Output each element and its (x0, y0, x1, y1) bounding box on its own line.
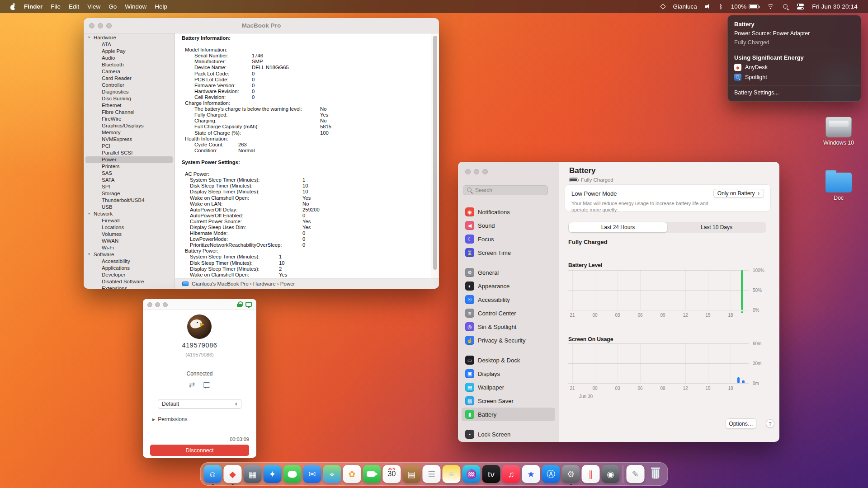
sysinfo-item-memory[interactable]: Memory (84, 129, 175, 136)
sysinfo-item-wi-fi[interactable]: Wi-Fi (84, 244, 175, 251)
window-titlebar[interactable]: MacBook Pro (84, 18, 439, 33)
disconnect-button[interactable]: Disconnect (150, 445, 249, 456)
zoom-button[interactable] (482, 169, 488, 174)
dock-finder-icon[interactable]: ☺ (204, 465, 222, 483)
anydesk-titlebar[interactable] (143, 299, 256, 310)
sysinfo-item-pci[interactable]: PCI (84, 143, 175, 150)
sysinfo-item-power[interactable]: Power (85, 156, 173, 163)
settings-nav-screen-time[interactable]: ⌛Screen Time (462, 246, 555, 259)
tab-last-10-days[interactable]: Last 10 Days (667, 222, 766, 232)
sysinfo-item-sas[interactable]: SAS (84, 170, 175, 177)
clock-menu[interactable]: Fri Jun 30 20:14 (808, 3, 862, 10)
settings-nav-battery[interactable]: ▮Battery (462, 408, 555, 421)
sysinfo-item-spi[interactable]: SPI (84, 183, 175, 190)
apple-menu[interactable] (6, 3, 20, 10)
sysinfo-item-card-reader[interactable]: Card Reader (84, 75, 175, 82)
sysinfo-item-extensions[interactable]: Extensions (84, 285, 175, 289)
settings-nav-sound[interactable]: ◀Sound (462, 219, 555, 232)
settings-nav-privacy-security[interactable]: ☝Privacy & Security (462, 333, 555, 347)
sysinfo-item-usb[interactable]: USB (84, 204, 175, 211)
dock-app-store-icon[interactable]: Ⓐ (542, 465, 560, 483)
menu-finder[interactable]: Finder (20, 3, 47, 10)
dock-calendar-icon[interactable]: JUN30 (383, 465, 401, 483)
volume-menu[interactable] (701, 4, 715, 9)
dock-contacts-icon[interactable]: ▤ (403, 465, 421, 483)
file-transfer-icon[interactable]: ⇄ (189, 381, 195, 389)
sysinfo-item-firewall[interactable]: Firewall (84, 217, 175, 224)
sysinfo-item-storage[interactable]: Storage (84, 190, 175, 197)
settings-nav-control-center[interactable]: ≡Control Center (462, 306, 555, 320)
sysinfo-item-accessibility[interactable]: Accessibility (84, 258, 175, 265)
sysinfo-item-sata[interactable]: SATA (84, 177, 175, 183)
dock-notes-icon[interactable]: ≡ (443, 465, 461, 483)
bluetooth-menu[interactable]: ᛒ (715, 4, 727, 9)
scrollbar-thumb[interactable] (433, 36, 437, 270)
dock-tv-icon[interactable]: tv (482, 465, 500, 483)
zoom-button[interactable] (106, 23, 112, 28)
dock-mail-icon[interactable]: ✉ (303, 465, 321, 483)
dock-photos-icon[interactable]: ✿ (343, 465, 361, 483)
settings-nav-notifications[interactable]: ◉Notifications (462, 205, 555, 219)
minimize-button[interactable] (474, 169, 479, 174)
dock-trash-icon[interactable] (646, 465, 665, 483)
sysinfo-item-printers[interactable]: Printers (84, 163, 175, 170)
control-center-menu[interactable] (793, 4, 808, 9)
dock-safari-icon[interactable]: ✦ (264, 465, 282, 483)
settings-nav-wallpaper[interactable]: ▤Wallpaper (462, 380, 555, 394)
sysinfo-item-ata[interactable]: ATA (84, 41, 175, 48)
sysinfo-item-controller[interactable]: Controller (84, 82, 175, 89)
desktop-icon-doc[interactable]: Doc (817, 173, 860, 201)
dock-garageband-icon[interactable]: ♒ (462, 465, 481, 483)
menu-go[interactable]: Go (104, 3, 121, 10)
sysinfo-item-firewire[interactable]: FireWire (84, 116, 175, 122)
dock-facetime-icon[interactable] (363, 465, 381, 483)
settings-nav-focus[interactable]: ☾Focus (462, 232, 555, 246)
sysinfo-item-thunderbolt-usb4[interactable]: Thunderbolt/USB4 (84, 197, 175, 204)
search-input[interactable] (475, 187, 538, 193)
menu-help[interactable]: Help (151, 3, 171, 10)
dock-textedit-icon[interactable]: ✎ (627, 465, 645, 483)
sysinfo-item-applications[interactable]: Applications (84, 265, 175, 272)
settings-nav-appearance[interactable]: ◐Appearance (462, 279, 555, 293)
battery-settings-link[interactable]: Battery Settings... (728, 88, 861, 97)
chat-icon[interactable] (203, 382, 210, 388)
settings-nav-accessibility[interactable]: ☉Accessibility (462, 293, 555, 306)
sysinfo-section-network[interactable]: ▾Network (84, 211, 175, 217)
settings-nav-general[interactable]: ⚙General (462, 266, 555, 279)
sysinfo-item-bluetooth[interactable]: Bluetooth (84, 61, 175, 68)
sysinfo-item-ethernet[interactable]: Ethernet (84, 102, 175, 109)
sysinfo-item-nvmexpress[interactable]: NVMExpress (84, 136, 175, 143)
sysinfo-section-software[interactable]: ▾Software (84, 251, 175, 258)
sysinfo-item-wwan[interactable]: WWAN (84, 238, 175, 244)
close-button[interactable] (89, 23, 94, 28)
menu-window[interactable]: Window (121, 3, 151, 10)
menu-edit[interactable]: Edit (65, 3, 83, 10)
dock-parallels-icon[interactable]: ∥ (582, 465, 600, 483)
dock-system-settings-icon[interactable]: ⚙ (562, 465, 580, 483)
dock-messages-icon[interactable] (283, 465, 302, 483)
sysinfo-item-parallel-scsi[interactable]: Parallel SCSI (84, 150, 175, 156)
minimize-button[interactable] (155, 302, 160, 307)
dock-maps-icon[interactable]: ⌖ (323, 465, 341, 483)
sysinfo-item-camera[interactable]: Camera (84, 68, 175, 75)
sysinfo-item-diagnostics[interactable]: Diagnostics (84, 89, 175, 95)
menu-view[interactable]: View (83, 3, 104, 10)
close-button[interactable] (147, 302, 152, 307)
sysinfo-item-fibre-channel[interactable]: Fibre Channel (84, 109, 175, 116)
dock-reminders-icon[interactable]: ☰ (423, 465, 441, 483)
dock-anydesk-icon[interactable]: ◆ (224, 465, 242, 483)
permissions-disclosure[interactable]: ▶ Permissions (152, 416, 188, 422)
settings-nav-displays[interactable]: ▣Displays (462, 367, 555, 380)
dock-photo-booth-icon[interactable]: ◉ (602, 465, 620, 483)
settings-nav-screen-saver[interactable]: ▧Screen Saver (462, 394, 555, 408)
wifi-menu[interactable] (763, 4, 778, 9)
desktop-icon-windows-10[interactable]: Windows 10 (817, 117, 860, 146)
user-menu[interactable]: Gianluca (669, 3, 701, 10)
spotlight-menu[interactable] (778, 4, 793, 10)
sysinfo-item-disc-burning[interactable]: Disc Burning (84, 95, 175, 102)
dock-anki-icon[interactable]: ★ (522, 465, 540, 483)
anydesk-status-item[interactable] (657, 5, 669, 9)
settings-nav-siri-spotlight[interactable]: ◎Siri & Spotlight (462, 320, 555, 333)
dock-music-icon[interactable]: ♫ (502, 465, 520, 483)
sysinfo-item-disabled-software[interactable]: Disabled Software (84, 278, 175, 285)
